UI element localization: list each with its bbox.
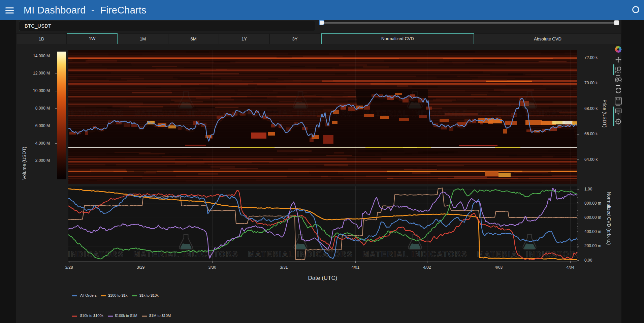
svg-text:MATERIAL INDICATORS: MATERIAL INDICATORS: [477, 109, 577, 118]
svg-text:MATERIAL INDICATORS: MATERIAL INDICATORS: [68, 250, 124, 259]
svg-text:MATERIAL INDICATORS: MATERIAL INDICATORS: [362, 109, 468, 118]
svg-text:MATERIAL INDICATORS: MATERIAL INDICATORS: [248, 250, 353, 259]
svg-text:MATERIAL INDICATORS: MATERIAL INDICATORS: [362, 250, 468, 259]
svg-text:MATERIAL INDICATORS: MATERIAL INDICATORS: [68, 109, 124, 118]
svg-text:MATERIAL INDICATORS: MATERIAL INDICATORS: [133, 109, 238, 118]
